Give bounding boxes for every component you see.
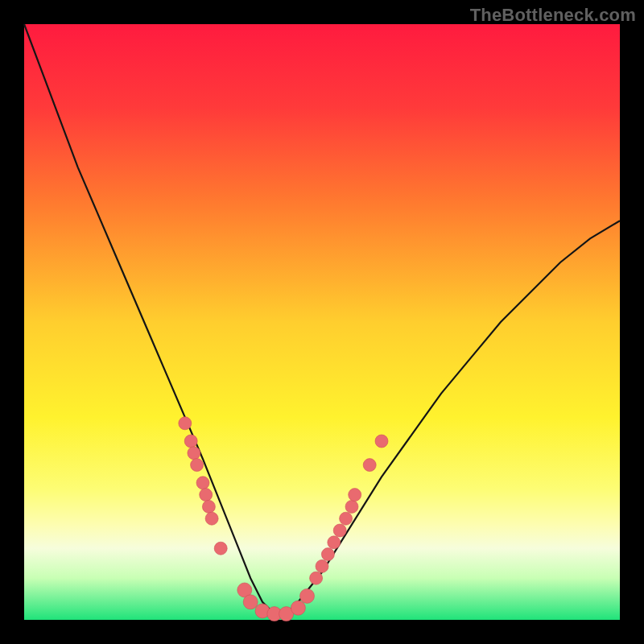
data-markers xyxy=(179,417,388,621)
data-marker xyxy=(349,489,361,502)
data-marker xyxy=(214,542,227,555)
data-marker xyxy=(300,588,315,603)
data-marker xyxy=(196,477,209,489)
data-marker xyxy=(310,572,323,584)
data-marker xyxy=(184,435,197,448)
data-marker xyxy=(188,447,200,460)
curve-layer xyxy=(24,24,620,620)
data-marker xyxy=(316,559,328,572)
bottleneck-curve xyxy=(24,24,620,614)
data-marker xyxy=(333,524,346,537)
plot-area xyxy=(24,24,620,620)
data-marker xyxy=(243,595,258,609)
watermark-text: TheBottleneck.com xyxy=(470,5,636,26)
data-marker xyxy=(205,512,218,525)
data-marker xyxy=(191,459,204,472)
data-marker xyxy=(200,489,213,502)
data-marker xyxy=(375,435,388,448)
data-marker xyxy=(202,500,215,513)
data-marker xyxy=(291,601,305,615)
chart-frame: TheBottleneck.com xyxy=(0,0,644,644)
data-marker xyxy=(321,548,334,561)
data-marker xyxy=(363,459,376,472)
data-marker xyxy=(179,417,192,430)
data-marker xyxy=(328,536,341,549)
data-marker xyxy=(340,512,353,525)
data-marker xyxy=(345,500,358,513)
